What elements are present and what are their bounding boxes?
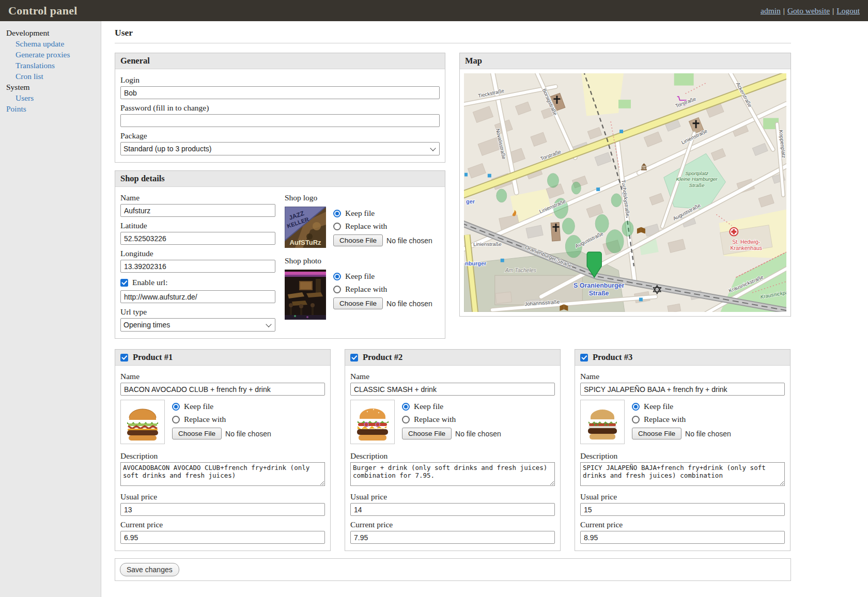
photo-replace-label: Replace with	[345, 285, 387, 294]
url-type-select-wrap: Opening times	[120, 318, 275, 332]
goto-website-link[interactable]: Goto website	[787, 6, 830, 15]
logo-no-file-text: No file chosen	[386, 237, 432, 245]
sidebar-item-generate-proxies[interactable]: Generate proxies	[0, 50, 101, 60]
svg-text:Am Tacheles: Am Tacheles	[505, 268, 536, 273]
product-1-description-textarea[interactable]: AVOCADOBACON AVOCADO CLUB+french fry+dri…	[120, 462, 325, 486]
svg-text:St. Hedwig-: St. Hedwig-	[732, 239, 760, 245]
product-1-image	[120, 400, 165, 444]
product-3-enabled-checkbox[interactable]	[580, 354, 588, 362]
map-panel-title: Map	[465, 56, 482, 66]
svg-text:Straße: Straße	[589, 290, 609, 297]
shop-details-title: Shop details	[120, 174, 165, 184]
product-3-usual-price-input[interactable]	[580, 503, 785, 516]
sidebar-item-users[interactable]: Users	[0, 93, 101, 104]
product-2-keep-file-radio[interactable]	[402, 403, 410, 411]
svg-text:Linienstraße: Linienstraße	[473, 241, 502, 247]
product-3-keep-file-radio[interactable]	[632, 403, 640, 411]
url-type-select[interactable]: Opening times	[120, 318, 275, 332]
password-label: Password (fill in to change)	[120, 103, 440, 113]
sidebar-item-schema-update[interactable]: Schema update	[0, 39, 101, 50]
product-3-choose-file-button[interactable]: Choose File	[632, 428, 681, 439]
logo-choose-file-button[interactable]: Choose File	[333, 234, 383, 246]
svg-text:Straße: Straße	[689, 182, 705, 188]
login-label: Login	[120, 75, 440, 85]
photo-keep-file-label: Keep file	[345, 272, 375, 281]
top-links: admin|Goto website|Logout	[761, 6, 860, 15]
product-1-usual-price-input[interactable]	[120, 503, 325, 516]
product-3-no-file-text: No file chosen	[685, 430, 731, 438]
product-1-no-file-text: No file chosen	[225, 430, 271, 438]
admin-link[interactable]: admin	[761, 6, 781, 15]
enable-url-checkbox[interactable]	[120, 279, 128, 287]
product-2-current-price-input[interactable]	[350, 531, 555, 544]
logo-text-aufsturz: AufSTuRz	[289, 239, 321, 246]
product-2-current-price-label: Current price	[350, 520, 555, 529]
svg-text:Kleine Hamburger: Kleine Hamburger	[676, 176, 718, 182]
product-2-replace-label: Replace with	[414, 415, 456, 424]
product-3-title: Product #3	[593, 352, 632, 363]
product-panel-1: Product #1 Name	[115, 349, 331, 551]
logout-link[interactable]: Logout	[836, 6, 860, 15]
product-1-choose-file-button[interactable]: Choose File	[172, 428, 222, 439]
product-1-current-price-input[interactable]	[120, 531, 325, 544]
product-3-description-textarea[interactable]: SPICY JALAPEÑO BAJA+french fry+drink (on…	[580, 462, 785, 486]
sidebar-item-points[interactable]: Points	[0, 104, 101, 115]
map-panel: Map	[459, 53, 791, 317]
save-changes-button[interactable]: Save changes	[120, 563, 179, 576]
product-1-enabled-checkbox[interactable]	[120, 354, 128, 362]
product-3-current-price-input[interactable]	[580, 531, 785, 544]
product-1-name-input[interactable]	[120, 383, 325, 396]
photo-choose-file-button[interactable]: Choose File	[333, 297, 383, 309]
product-2-usual-price-input[interactable]	[350, 503, 555, 516]
package-select[interactable]: Standard (up to 3 products)	[120, 142, 440, 155]
shop-logo-label: Shop logo	[285, 193, 440, 202]
shop-photo-image	[285, 270, 326, 320]
product-2-keep-file-label: Keep file	[414, 402, 443, 411]
shop-photo-label: Shop photo	[285, 256, 440, 265]
product-2-choose-file-button[interactable]: Choose File	[402, 428, 452, 439]
product-2-name-input[interactable]	[350, 383, 555, 396]
svg-text:Sportplatz: Sportplatz	[685, 170, 708, 176]
login-input[interactable]	[120, 86, 440, 99]
product-3-image	[580, 400, 625, 444]
product-2-enabled-checkbox[interactable]	[350, 354, 358, 362]
logo-replace-label: Replace with	[345, 222, 387, 231]
sidebar-group-system: System	[0, 82, 101, 93]
product-3-description-label: Description	[580, 451, 785, 461]
link-separator: |	[783, 6, 785, 15]
photo-keep-file-radio[interactable]	[333, 273, 341, 280]
shop-url-input[interactable]	[120, 290, 275, 303]
product-2-name-label: Name	[350, 372, 555, 381]
main-content: User General Login Password (fill in to …	[101, 21, 868, 597]
latitude-input[interactable]	[120, 232, 275, 245]
password-input[interactable]	[120, 114, 440, 127]
product-2-replace-radio[interactable]	[402, 416, 410, 423]
svg-text:nburger: nburger	[465, 260, 487, 266]
product-3-keep-file-label: Keep file	[644, 402, 673, 411]
product-1-keep-file-radio[interactable]	[172, 403, 180, 411]
shop-name-input[interactable]	[120, 204, 275, 217]
product-2-usual-price-label: Usual price	[350, 492, 555, 501]
product-3-replace-radio[interactable]	[632, 416, 640, 423]
logo-keep-file-radio[interactable]	[333, 210, 341, 217]
shop-details-panel: Shop details Name Latitude Longitude	[115, 170, 445, 339]
sidebar-item-cron-list[interactable]: Cron list	[0, 71, 101, 82]
product-1-replace-radio[interactable]	[172, 416, 180, 423]
logo-replace-radio[interactable]	[333, 223, 341, 230]
product-3-current-price-label: Current price	[580, 520, 785, 529]
product-3-usual-price-label: Usual price	[580, 492, 785, 501]
url-type-label: Url type	[120, 307, 275, 317]
product-2-description-textarea[interactable]: Burger + drink (only soft drinks and fre…	[350, 462, 555, 486]
product-3-replace-label: Replace with	[644, 415, 686, 424]
product-3-name-input[interactable]	[580, 383, 785, 396]
page-title: User	[115, 27, 791, 43]
photo-replace-radio[interactable]	[333, 286, 341, 293]
sidebar-item-translations[interactable]: Translations	[0, 60, 101, 71]
app-title: Control panel	[8, 4, 78, 18]
longitude-input[interactable]	[120, 260, 275, 273]
map-panel-header: Map	[460, 53, 791, 69]
product-1-description-label: Description	[120, 451, 325, 461]
product-panel-2: Product #2 Name	[345, 349, 561, 551]
logo-keep-file-label: Keep file	[345, 209, 375, 218]
map-canvas[interactable]: Tieckstraße Borsigstraße Novalisstraße T…	[464, 73, 786, 312]
